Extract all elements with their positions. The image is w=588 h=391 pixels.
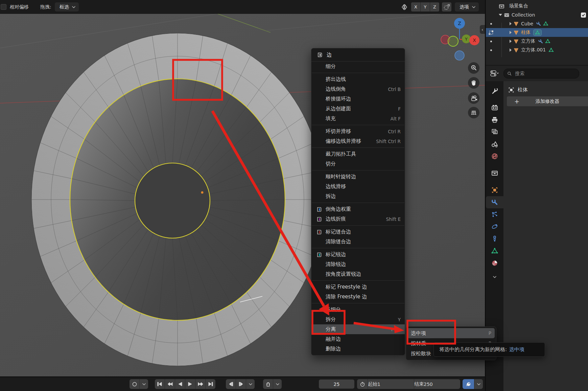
- tab-output[interactable]: [486, 114, 503, 126]
- collection-checkbox[interactable]: [581, 13, 586, 18]
- properties-search[interactable]: [503, 69, 579, 78]
- play-button[interactable]: [185, 379, 195, 389]
- mesh-data-icon[interactable]: [548, 47, 554, 53]
- menu-item[interactable]: 拆分 Y: [311, 315, 405, 324]
- tab-object[interactable]: [486, 184, 503, 196]
- outliner-row[interactable]: 立方体.001: [486, 46, 588, 54]
- mesh-data-icon[interactable]: [543, 21, 548, 26]
- camera-view-button[interactable]: [468, 92, 479, 104]
- gizmo-minus-z[interactable]: [455, 51, 464, 60]
- search-input[interactable]: [514, 70, 575, 76]
- modifier-wrench-icon[interactable]: [536, 21, 541, 26]
- menu-item[interactable]: 切分: [311, 159, 405, 169]
- toggle-grid-button[interactable]: [468, 107, 479, 118]
- collapse-chevron[interactable]: [510, 22, 512, 25]
- menu-item[interactable]: 分离 P: [311, 324, 405, 334]
- jump-to-end-button[interactable]: [206, 379, 215, 389]
- pan-tool-button[interactable]: [468, 77, 479, 89]
- menu-item[interactable]: 标记锐边: [311, 250, 405, 259]
- use-preview-range-button[interactable]: [357, 379, 368, 389]
- auto-keying-dropdown[interactable]: [140, 379, 148, 389]
- menu-item[interactable]: 反细分: [311, 305, 405, 315]
- tab-collection[interactable]: [486, 167, 503, 179]
- menu-item[interactable]: 偏移边线并滑移 Shift Ctrl R: [311, 136, 405, 146]
- sidebar-collapse-arrow[interactable]: ‹: [480, 25, 485, 34]
- outliner-row[interactable]: Cube: [486, 19, 588, 28]
- menu-item[interactable]: 删除边: [311, 344, 405, 354]
- tab-material[interactable]: [486, 257, 503, 269]
- viewport-3d[interactable]: 相对偏移 拖拽: 框选 X Y Z 选项: [0, 0, 485, 376]
- options-dropdown[interactable]: 选项: [455, 2, 479, 12]
- tab-modifiers[interactable]: [486, 196, 503, 208]
- modifier-wrench-icon[interactable]: [538, 39, 543, 44]
- menu-item[interactable]: 边线倒角 Ctrl B: [311, 84, 405, 94]
- mesh-data-icon-active[interactable]: [533, 29, 542, 36]
- tab-constraints[interactable]: [486, 233, 503, 245]
- outliner-row[interactable]: 柱体: [486, 28, 588, 37]
- playback-dropdown[interactable]: [246, 379, 255, 389]
- snap-magnet-button[interactable]: [263, 379, 273, 389]
- menu-item[interactable]: 按角度设置锐边: [311, 269, 405, 279]
- zoom-tool-button[interactable]: [468, 62, 479, 74]
- tab-view-layer[interactable]: [486, 126, 503, 138]
- mesh-data-icon[interactable]: [545, 39, 550, 44]
- tab-scene[interactable]: [486, 138, 503, 150]
- menu-item[interactable]: 挤出边线: [311, 74, 405, 84]
- relative-offset-checkbox[interactable]: [1, 4, 6, 10]
- mirror-butterfly-icon[interactable]: [400, 3, 408, 11]
- sync-button[interactable]: [463, 379, 474, 389]
- menu-item[interactable]: 细分: [311, 62, 405, 71]
- mirror-x-button[interactable]: X: [411, 2, 420, 12]
- menu-item[interactable]: 边线折痕 Shift E: [311, 214, 405, 224]
- next-keyframe-button[interactable]: [195, 379, 205, 389]
- tab-object-data[interactable]: [486, 245, 503, 257]
- frame-end-field[interactable]: 结束 250: [414, 379, 460, 389]
- menu-item[interactable]: 从边创建面 F: [311, 104, 405, 114]
- menu-item[interactable]: 桥接循环边: [311, 94, 405, 104]
- menu-item[interactable]: 清除缝合边: [311, 237, 405, 247]
- collapse-chevron[interactable]: [510, 31, 512, 34]
- outliner-row[interactable]: 立方体: [486, 37, 588, 46]
- snap-dropdown[interactable]: [273, 379, 282, 389]
- collapse-chevron[interactable]: [510, 48, 512, 52]
- tab-tool[interactable]: [486, 85, 503, 97]
- scene-collection-row[interactable]: 场景集合: [486, 2, 588, 10]
- expand-chevron[interactable]: [499, 14, 502, 16]
- add-modifier-button[interactable]: + 添加修改器: [507, 96, 588, 106]
- proportional-editing-button[interactable]: [442, 2, 451, 12]
- menu-item[interactable]: 填充 Alt F: [311, 114, 405, 123]
- tab-render[interactable]: [486, 101, 503, 114]
- menu-item[interactable]: 环切并滑移 Ctrl R: [311, 127, 405, 136]
- menu-item[interactable]: 标记 Freestyle 边: [311, 282, 405, 292]
- tab-physics[interactable]: [486, 221, 503, 233]
- menu-item[interactable]: 顺时针旋转边: [311, 172, 405, 182]
- menu-item[interactable]: 标记缝合边: [311, 227, 405, 237]
- prev-keyframe-button[interactable]: [165, 379, 175, 389]
- outliner-row[interactable]: Collection: [486, 10, 588, 19]
- play-reverse-button[interactable]: [175, 379, 185, 389]
- menu-item[interactable]: 拆边: [311, 191, 405, 201]
- frame-start-field[interactable]: 起始 1: [368, 379, 414, 389]
- drag-mode-dropdown[interactable]: 框选: [55, 2, 79, 12]
- mirror-z-button[interactable]: Z: [430, 2, 439, 12]
- menu-item[interactable]: 清除锐边: [311, 259, 405, 269]
- display-filter-button[interactable]: [489, 69, 500, 78]
- gizmo-minus-y[interactable]: [448, 36, 458, 46]
- tabs-scroll-chevron[interactable]: [486, 276, 503, 278]
- submenu-item[interactable]: 选中项 P: [407, 328, 495, 338]
- menu-item[interactable]: 边线滑移: [311, 182, 405, 191]
- record-button[interactable]: [130, 379, 139, 389]
- tab-world[interactable]: [486, 150, 503, 162]
- step-forward-button[interactable]: [236, 379, 246, 389]
- collapse-chevron[interactable]: [510, 40, 512, 43]
- menu-item[interactable]: 裁刀拓扑工具: [311, 149, 405, 159]
- tab-particles[interactable]: [486, 208, 503, 221]
- menu-item[interactable]: 清除 Freestyle 边: [311, 292, 405, 302]
- step-back-button[interactable]: [226, 379, 236, 389]
- menu-item[interactable]: 倒角边权重: [311, 204, 405, 214]
- jump-to-start-button[interactable]: [155, 379, 165, 389]
- menu-item[interactable]: 融并边: [311, 334, 405, 344]
- navigation-gizmo[interactable]: Y X Z: [432, 12, 485, 66]
- sync-dropdown[interactable]: [474, 379, 483, 389]
- current-frame-field[interactable]: 25: [319, 380, 354, 389]
